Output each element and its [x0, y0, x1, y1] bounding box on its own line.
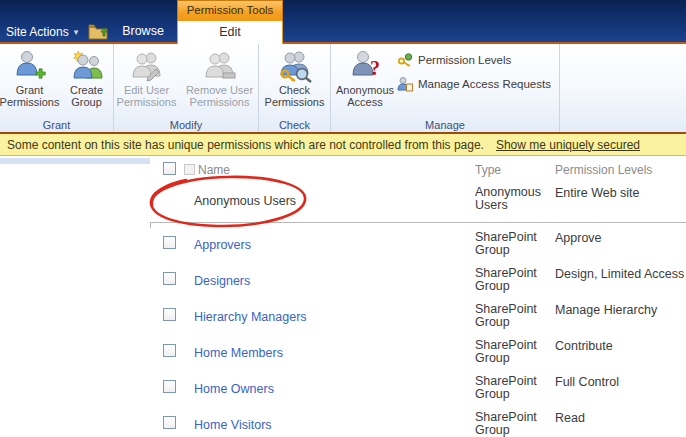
group-type: SharePoint Group [475, 303, 557, 329]
row-checkbox[interactable] [163, 308, 176, 321]
button-label: Grant Permissions [0, 84, 59, 108]
group-permissions: Manage Hierarchy [555, 303, 657, 317]
manage-access-requests-button[interactable]: Manage Access Requests [397, 73, 551, 94]
group-type: SharePoint Group [475, 411, 557, 437]
column-header-name: Name [198, 163, 230, 177]
contextual-tab-group-permission-tools: Permission Tools [177, 0, 283, 21]
group-name-link[interactable]: Home Members [194, 346, 283, 360]
tab-browse[interactable]: Browse [116, 21, 170, 42]
folder-up-icon [88, 23, 108, 40]
button-label: Create Group [61, 84, 113, 108]
group-permissions: Design, Limited Access [555, 267, 684, 281]
ribbon-group-check: Check Permissions Check [259, 44, 331, 132]
group-permissions: Full Control [555, 375, 619, 389]
grant-permissions-icon [13, 49, 47, 83]
button-label: Check Permissions [261, 84, 329, 108]
grant-permissions-button[interactable]: Grant Permissions [1, 48, 59, 108]
navigate-up-button[interactable] [88, 23, 108, 40]
column-header-type: Type [475, 163, 501, 177]
group-name-link[interactable]: Home Visitors [194, 418, 272, 432]
group-name-link[interactable]: Approvers [194, 238, 251, 252]
button-label: Permission Levels [418, 54, 511, 66]
permissions-table: Name Type Permission Levels Anonymous Us… [150, 160, 686, 437]
row-checkbox[interactable] [163, 236, 176, 249]
manage-access-requests-icon [397, 76, 413, 92]
column-header-permissions: Permission Levels [555, 163, 652, 177]
check-permissions-icon [278, 49, 312, 83]
status-message: Some content on this site has unique per… [7, 138, 484, 152]
button-label: Manage Access Requests [418, 78, 551, 90]
table-row: Designers SharePoint Group Design, Limit… [150, 266, 686, 302]
row-separator [150, 222, 686, 230]
ribbon-group-modify: Edit User Permissions Remove User Permis… [114, 44, 259, 132]
remove-user-permissions-icon [203, 49, 237, 83]
ribbon-group-label-manage: Manage [331, 119, 559, 131]
button-label: Remove User Permissions [181, 84, 258, 108]
ribbon-group-label-check: Check [259, 119, 330, 131]
group-permissions: Contribute [555, 339, 613, 353]
table-row: Hierarchy Managers SharePoint Group Mana… [150, 302, 686, 338]
checkbox-column-icon [184, 164, 195, 175]
group-name: Anonymous Users [194, 194, 296, 208]
ribbon-group-grant: Grant Permissions Create Group Grant [0, 44, 114, 132]
remove-user-permissions-button[interactable]: Remove User Permissions [181, 48, 258, 108]
chevron-down-icon: ▾ [74, 27, 79, 37]
site-actions-menu[interactable]: Site Actions ▾ [6, 23, 78, 41]
group-type: SharePoint Group [475, 375, 557, 401]
tab-edit[interactable]: Edit [177, 21, 283, 44]
row-checkbox[interactable] [163, 344, 176, 357]
button-label: Edit User Permissions [114, 84, 179, 108]
group-name-link[interactable]: Designers [194, 274, 250, 288]
button-label: Anonymous Access [333, 84, 397, 108]
group-permissions: Read [555, 411, 585, 425]
group-type: SharePoint Group [475, 267, 557, 293]
show-uniquely-secured-link[interactable]: Show me uniquely secured [496, 138, 640, 152]
anonymous-access-icon: ? [348, 49, 382, 83]
table-header-row: Name Type Permission Levels [150, 160, 686, 182]
ribbon: Grant Permissions Create Group Grant [0, 44, 686, 132]
ribbon-group-manage: ? Anonymous Access Permission Levels [331, 44, 560, 132]
ribbon-group-label-modify: Modify [114, 119, 258, 131]
anonymous-access-button[interactable]: ? Anonymous Access [333, 48, 397, 108]
table-row: Approvers SharePoint Group Approve [150, 230, 686, 266]
ribbon-group-label-grant: Grant [0, 119, 113, 131]
group-name-link[interactable]: Hierarchy Managers [194, 310, 307, 324]
edit-user-permissions-icon [130, 49, 164, 83]
permission-levels-button[interactable]: Permission Levels [397, 49, 551, 70]
group-name-link[interactable]: Home Owners [194, 382, 274, 396]
edit-user-permissions-button[interactable]: Edit User Permissions [114, 48, 179, 108]
table-row-anonymous-users: Anonymous Users Anonymous Users Entire W… [150, 182, 686, 222]
row-checkbox[interactable] [163, 416, 176, 429]
table-row: Home Members SharePoint Group Contribute [150, 338, 686, 374]
check-permissions-button[interactable]: Check Permissions [261, 48, 329, 108]
group-permissions: Approve [555, 231, 602, 245]
row-checkbox[interactable] [163, 380, 176, 393]
select-all-checkbox[interactable] [163, 162, 176, 175]
create-group-button[interactable]: Create Group [61, 48, 113, 108]
create-group-icon [70, 49, 104, 83]
group-permissions: Entire Web site [555, 186, 640, 200]
group-type: Anonymous Users [475, 186, 557, 212]
svg-text:?: ? [370, 57, 380, 79]
row-checkbox[interactable] [163, 272, 176, 285]
permission-levels-icon [397, 52, 413, 68]
top-navigation-bar: Site Actions ▾ Browse Permission Tools E… [0, 0, 686, 44]
status-bar: Some content on this site has unique per… [0, 132, 686, 156]
group-type: SharePoint Group [475, 231, 557, 257]
group-type: SharePoint Group [475, 339, 557, 365]
table-row: Home Visitors SharePoint Group Read [150, 410, 686, 437]
quick-launch-top-strip [0, 158, 150, 164]
site-actions-label: Site Actions [6, 25, 69, 39]
table-row: Home Owners SharePoint Group Full Contro… [150, 374, 686, 410]
